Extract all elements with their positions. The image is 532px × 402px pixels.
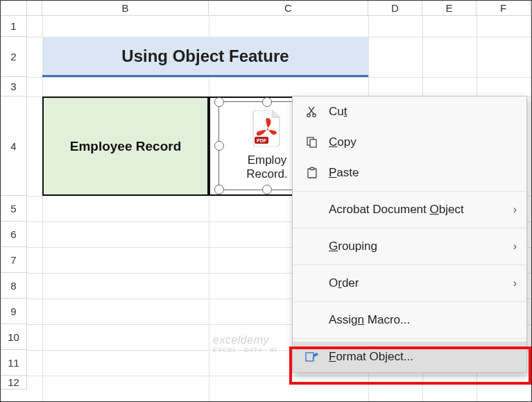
row-header-1[interactable]: 1 (1, 16, 27, 37)
row-header-9[interactable]: 9 (1, 299, 27, 324)
row-header-11[interactable]: 11 (1, 350, 27, 376)
format-object-icon (302, 351, 322, 363)
row-header-7[interactable]: 7 (1, 247, 27, 273)
menu-separator (293, 191, 526, 192)
resize-handle[interactable] (214, 141, 224, 151)
menu-item-label: Order (322, 276, 513, 290)
row-header-5[interactable]: 5 (1, 196, 27, 221)
row-header-10[interactable]: 10 (1, 324, 27, 350)
menu-item-cut[interactable]: Cut (293, 97, 526, 127)
menu-item-order[interactable]: Order › (293, 268, 526, 299)
col-header-A[interactable] (27, 1, 42, 16)
menu-item-assign-macro[interactable]: Assign Macro... (293, 305, 526, 335)
menu-item-label: Cut (322, 105, 517, 119)
resize-handle[interactable] (262, 97, 272, 107)
menu-item-grouping[interactable]: Grouping › (293, 231, 526, 262)
row-header-6[interactable]: 6 (1, 221, 27, 247)
resize-handle[interactable] (214, 185, 224, 194)
menu-separator (293, 228, 526, 228)
chevron-right-icon: › (513, 277, 517, 290)
menu-item-label: Assign Macro... (322, 313, 517, 327)
menu-item-label: Copy (322, 135, 517, 149)
resize-handle[interactable] (262, 185, 272, 194)
col-header-F[interactable]: F (477, 1, 531, 16)
menu-item-acrobat-object[interactable]: Acrobat Document Object › (293, 194, 526, 225)
excel-screenshot: B C D E F 1 2 3 4 5 6 7 8 9 10 11 12 (0, 0, 532, 402)
col-header-C[interactable]: C (209, 1, 368, 16)
employee-record-cell: Employee Record (42, 97, 209, 196)
svg-rect-7 (310, 168, 314, 170)
select-all-corner[interactable] (1, 1, 27, 16)
menu-separator (293, 338, 526, 339)
row-header-3[interactable]: 3 (1, 77, 27, 97)
resize-handle[interactable] (214, 97, 224, 107)
menu-item-label: Format Object... (322, 350, 517, 364)
col-header-D[interactable]: D (368, 1, 422, 16)
context-menu: Cut Copy Paste Acrobat Document Object ›… (292, 96, 527, 373)
svg-rect-8 (306, 353, 314, 361)
menu-item-format-object[interactable]: Format Object... (293, 342, 526, 372)
paste-icon (302, 167, 322, 179)
chevron-right-icon: › (513, 203, 517, 216)
svg-text:PDF: PDF (257, 138, 267, 143)
row-header-4[interactable]: 4 (1, 97, 27, 196)
chevron-right-icon: › (513, 240, 517, 253)
column-headers: B C D E F (1, 1, 531, 16)
row-headers: 1 2 3 4 5 6 7 8 9 10 11 12 (1, 16, 27, 390)
menu-item-label: Grouping (322, 240, 513, 253)
row-header-8[interactable]: 8 (1, 273, 27, 299)
svg-rect-5 (310, 140, 316, 147)
cut-icon (302, 106, 322, 118)
menu-separator (293, 301, 526, 302)
menu-item-copy[interactable]: Copy (293, 127, 526, 158)
menu-item-label: Acrobat Document Object (322, 203, 513, 217)
col-header-B[interactable]: B (42, 1, 209, 16)
page-title: Using Object Feature (42, 37, 368, 77)
row-header-12[interactable]: 12 (1, 376, 27, 390)
menu-separator (293, 265, 526, 265)
menu-item-paste[interactable]: Paste (293, 158, 526, 188)
menu-item-label: Paste (322, 166, 517, 180)
row-header-2[interactable]: 2 (1, 37, 27, 77)
col-header-E[interactable]: E (422, 1, 477, 16)
pdf-file-icon: PDF (252, 110, 282, 146)
copy-icon (302, 136, 322, 149)
